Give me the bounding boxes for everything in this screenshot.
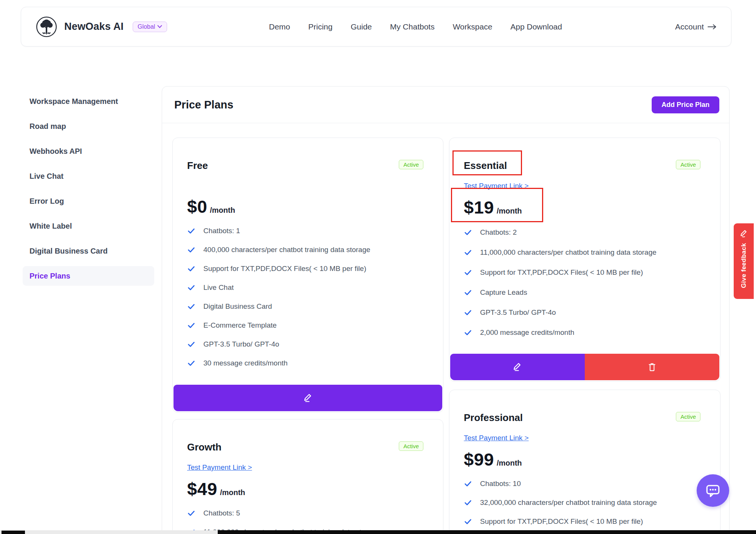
feature-item: 400,000 characters/per chatbot training … — [187, 240, 429, 259]
feature-item: Chatbots: 1 — [187, 221, 429, 240]
check-icon — [187, 283, 195, 292]
feature-item: Support for TXT,PDF,DOCX Files( < 10 MB … — [464, 262, 706, 282]
chat-bubble-icon — [704, 482, 722, 499]
check-icon — [464, 268, 472, 277]
pencil-icon — [739, 229, 749, 238]
plan-card-essential: Essential Active Test Payment Link > $19… — [449, 138, 720, 381]
check-icon — [464, 328, 472, 337]
check-icon — [464, 517, 472, 526]
sidebar-item-white-label[interactable]: White Label — [23, 216, 154, 236]
price-amount: $0 — [187, 196, 207, 217]
sidebar-item-workspace-management[interactable]: Workspace Management — [23, 91, 154, 111]
nav-pricing[interactable]: Pricing — [308, 22, 333, 31]
settings-sidebar: Workspace Management Road map Webhooks A… — [23, 91, 154, 291]
feature-text: Live Chat — [203, 283, 234, 292]
test-payment-link[interactable]: Test Payment Link > — [464, 434, 529, 442]
plan-actions — [174, 385, 442, 411]
feature-item: 30 message credits/month — [187, 354, 429, 373]
price-plans-panel: Price Plans Add Price Plan Free Active $… — [162, 86, 730, 534]
sidebar-item-webhooks-api[interactable]: Webhooks API — [23, 141, 154, 161]
status-badge: Active — [399, 160, 423, 169]
feature-item: Digital Business Card — [187, 297, 429, 316]
test-payment-link[interactable]: Test Payment Link > — [187, 463, 252, 472]
nav-my-chatbots[interactable]: My Chatbots — [390, 22, 435, 31]
brand-name: NewOaks AI — [64, 21, 124, 33]
feature-item: 2,000 message credits/month — [464, 322, 706, 342]
nav-workspace[interactable]: Workspace — [453, 22, 493, 31]
feature-text: Support for TXT,PDF,DOCX Files( < 10 MB … — [203, 265, 366, 273]
feature-list: Chatbots: 5 11,000,000 characters/per ch… — [187, 504, 429, 534]
plan-name: Growth — [187, 441, 429, 454]
feature-text: 32,000,000 characters/per chatbot traini… — [480, 498, 657, 507]
brand: NewOaks AI Global — [36, 16, 167, 38]
feature-text: GPT-3.5 Turbo/ GPT-4o — [203, 340, 279, 348]
check-icon — [464, 288, 472, 297]
nav-demo[interactable]: Demo — [269, 22, 290, 31]
edit-plan-button[interactable] — [450, 354, 585, 380]
region-dropdown[interactable]: Global — [133, 22, 167, 32]
feature-item: Support for TXT,PDF,DOCX Files( < 10 MB … — [464, 512, 706, 531]
nav-guide[interactable]: Guide — [351, 22, 372, 31]
give-feedback-tab[interactable]: Give feedback — [734, 223, 754, 299]
edit-plan-button[interactable] — [174, 385, 442, 411]
account-link[interactable]: Account — [675, 22, 717, 31]
check-icon — [464, 308, 472, 317]
feature-item: Chatbots: 2 — [464, 222, 706, 242]
sidebar-item-digital-business-card[interactable]: Digital Business Card — [23, 241, 154, 261]
check-icon — [187, 265, 195, 273]
price-period: /month — [497, 459, 522, 467]
price-amount: $19 — [464, 197, 494, 218]
feature-text: 2,000 message credits/month — [480, 328, 574, 337]
feature-item: Support for TXT,PDF,DOCX Files( < 10 MB … — [187, 259, 429, 278]
nav-app-download[interactable]: App Download — [510, 22, 562, 31]
plan-card-professional: Professional Active Test Payment Link > … — [449, 390, 720, 534]
trash-icon — [647, 362, 657, 372]
pencil-icon — [512, 361, 523, 373]
sidebar-item-price-plans[interactable]: Price Plans — [23, 266, 154, 286]
feedback-label: Give feedback — [740, 243, 748, 288]
top-navigation-bar: NewOaks AI Global Demo Pricing Guide My … — [21, 7, 731, 46]
check-icon — [187, 321, 195, 330]
add-price-plan-button[interactable]: Add Price Plan — [652, 96, 719, 113]
feature-text: 30 message credits/month — [203, 359, 288, 367]
check-icon — [464, 248, 472, 257]
status-badge: Active — [676, 412, 700, 421]
status-badge: Active — [676, 160, 700, 169]
feature-text: Digital Business Card — [203, 302, 272, 311]
page-title: Price Plans — [174, 99, 233, 111]
panel-header: Price Plans Add Price Plan — [162, 87, 729, 123]
feature-item: Live Chat — [187, 278, 429, 297]
price-amount: $49 — [187, 478, 217, 499]
test-payment-link[interactable]: Test Payment Link > — [464, 182, 529, 190]
feature-item: E-Commerce Template — [187, 316, 429, 335]
price-period: /month — [210, 206, 235, 215]
pencil-icon — [302, 392, 314, 404]
feature-text: Capture Leads — [480, 288, 527, 297]
sidebar-item-live-chat[interactable]: Live Chat — [23, 166, 154, 186]
price-period: /month — [497, 207, 522, 215]
check-icon — [464, 480, 472, 488]
check-icon — [187, 509, 195, 517]
feature-text: Chatbots: 10 — [480, 480, 521, 488]
feature-item: Chatbots: 5 — [187, 504, 429, 523]
price-period: /month — [220, 488, 245, 497]
feature-item: 11,000,000 characters/per chatbot traini… — [464, 242, 706, 262]
check-icon — [187, 246, 195, 254]
sidebar-item-error-log[interactable]: Error Log — [23, 191, 154, 211]
plan-name: Free — [187, 159, 429, 172]
feature-item: GPT-3.5 Turbo/ GPT-4o — [187, 335, 429, 354]
feature-text: Chatbots: 2 — [480, 228, 517, 237]
plan-name: Professional — [464, 411, 706, 424]
delete-plan-button[interactable] — [585, 354, 719, 380]
arrow-right-icon — [708, 24, 717, 29]
chevron-down-icon — [157, 25, 162, 28]
feature-item: Capture Leads — [464, 282, 706, 302]
check-icon — [187, 302, 195, 311]
main-nav: Demo Pricing Guide My Chatbots Workspace… — [269, 22, 562, 31]
feature-text: E-Commerce Template — [203, 321, 277, 330]
chat-widget-button[interactable] — [697, 474, 729, 507]
plan-price: $99 /month — [464, 449, 706, 470]
plan-price: $49 /month — [187, 478, 429, 499]
sidebar-item-road-map[interactable]: Road map — [23, 116, 154, 136]
account-label: Account — [675, 22, 704, 31]
